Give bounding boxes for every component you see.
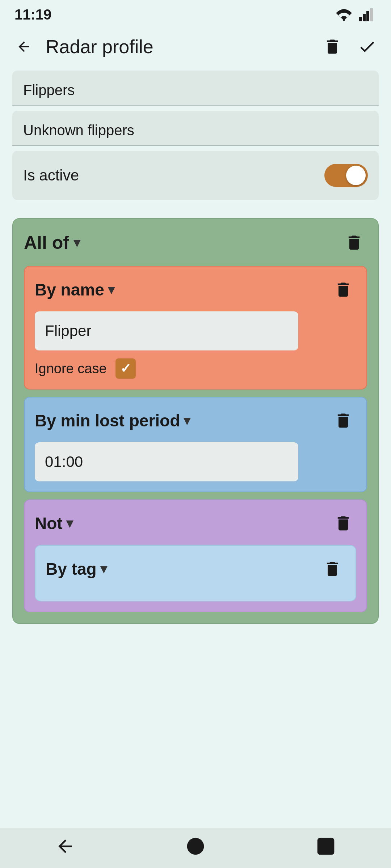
back-button[interactable]	[11, 34, 37, 60]
ignore-case-checkbox[interactable]	[115, 358, 136, 379]
by-min-lost-period-card: By min lost period ▾	[24, 397, 367, 492]
filter-group-all-of: All of ▾ By name ▾ Ignore case	[12, 218, 379, 624]
by-name-title[interactable]: By name ▾	[35, 280, 114, 299]
not-delete-button[interactable]	[330, 510, 356, 536]
by-min-lost-period-input[interactable]	[35, 442, 298, 481]
wifi-icon	[335, 8, 353, 21]
svg-rect-1	[359, 17, 362, 21]
by-min-lost-period-delete-button[interactable]	[330, 408, 356, 434]
by-name-chevron: ▾	[108, 282, 114, 297]
svg-rect-4	[370, 8, 373, 21]
is-active-section: Is active	[12, 151, 379, 200]
svg-rect-2	[363, 14, 366, 21]
by-min-lost-period-chevron: ▾	[184, 413, 190, 428]
status-time: 11:19	[14, 7, 51, 23]
by-name-header: By name ▾	[35, 277, 356, 303]
nav-back-button[interactable]	[47, 832, 83, 861]
status-icons	[335, 8, 377, 21]
is-active-label: Is active	[23, 167, 79, 184]
all-of-chevron: ▾	[73, 235, 80, 250]
toggle-knob	[346, 166, 366, 185]
all-of-title[interactable]: All of ▾	[24, 232, 80, 253]
unknown-flippers-value: Unknown flippers	[23, 122, 134, 138]
by-tag-delete-button[interactable]	[319, 556, 345, 582]
is-active-toggle[interactable]	[324, 164, 368, 187]
nav-recent-button[interactable]	[308, 832, 344, 861]
svg-rect-6	[318, 838, 335, 855]
nav-home-button[interactable]	[177, 832, 214, 861]
delete-button[interactable]	[319, 34, 345, 60]
app-bar: Radar profile	[0, 26, 391, 67]
by-tag-card: By tag ▾	[35, 545, 356, 601]
not-chevron: ▾	[66, 516, 73, 531]
page-title: Radar profile	[46, 36, 311, 58]
ignore-case-row: Ignore case	[35, 358, 356, 379]
all-of-header: All of ▾	[24, 230, 367, 256]
flippers-value: Flippers	[23, 82, 75, 98]
svg-point-5	[187, 838, 204, 855]
svg-point-0	[343, 19, 345, 21]
confirm-button[interactable]	[354, 34, 380, 60]
svg-rect-3	[366, 11, 369, 21]
unknown-flippers-field[interactable]: Unknown flippers	[12, 111, 379, 146]
flippers-field[interactable]: Flippers	[12, 71, 379, 106]
by-min-lost-period-header: By min lost period ▾	[35, 408, 356, 434]
not-header: Not ▾	[35, 510, 356, 536]
not-group-card: Not ▾ By tag ▾	[24, 499, 367, 612]
by-tag-title[interactable]: By tag ▾	[46, 559, 107, 579]
by-tag-chevron: ▾	[100, 561, 107, 576]
by-name-card: By name ▾ Ignore case	[24, 266, 367, 390]
signal-icon	[359, 8, 377, 21]
by-name-delete-button[interactable]	[330, 277, 356, 303]
by-min-lost-period-title[interactable]: By min lost period ▾	[35, 411, 190, 430]
nav-bar	[0, 828, 391, 868]
ignore-case-label: Ignore case	[35, 361, 107, 376]
all-of-delete-button[interactable]	[341, 230, 367, 256]
by-name-input[interactable]	[35, 311, 298, 350]
by-tag-header: By tag ▾	[46, 556, 345, 582]
input-section: Flippers Unknown flippers	[12, 71, 379, 146]
not-title[interactable]: Not ▾	[35, 514, 73, 533]
status-bar: 11:19	[0, 0, 391, 26]
